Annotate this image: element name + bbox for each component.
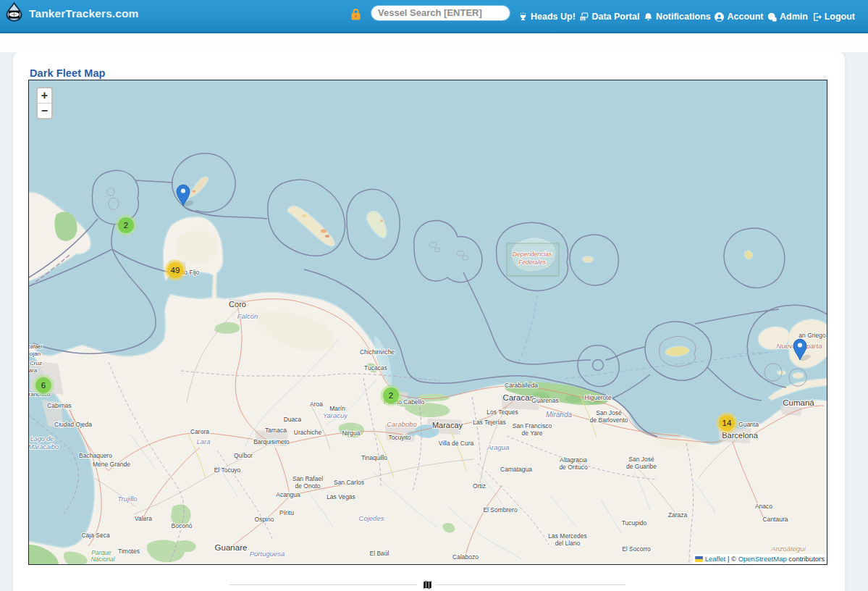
svg-text:Nirgua: Nirgua [342,429,360,437]
svg-text:San Rafael: San Rafael [292,475,323,482]
svg-text:Boconó: Boconó [172,522,193,529]
svg-text:Tocuyito: Tocuyito [388,434,410,441]
svg-text:San José: San José [628,456,654,463]
svg-text:Ortiz: Ortiz [473,482,486,490]
svg-text:Caraballeda: Caraballeda [505,382,538,389]
svg-text:Anaco: Anaco [755,503,772,510]
svg-text:Aragua: Aragua [486,443,510,451]
svg-text:Acarigua: Acarigua [276,491,300,498]
svg-text:El Sombrero: El Sombrero [483,506,518,514]
svg-text:Villa de Cura: Villa de Cura [439,440,474,447]
svg-text:Coro: Coro [229,300,246,309]
svg-text:Higuerote: Higuerote [585,394,612,401]
svg-text:Moján: Moján [29,351,41,357]
svg-text:Tamaca: Tamaca [265,427,287,434]
svg-text:Tinaquillo: Tinaquillo [361,454,387,461]
svg-text:Guanta: Guanta [738,421,759,428]
svg-text:Maracay: Maracay [432,421,463,429]
svg-text:Caja Seca: Caja Seca [81,532,109,539]
svg-text:Trujillo: Trujillo [117,495,137,503]
svg-text:Miranda: Miranda [546,411,573,419]
svg-text:Ospino: Ospino [255,516,274,523]
svg-text:Mene Grande: Mene Grande [93,461,130,468]
svg-text:San José: San José [596,409,622,416]
svg-text:2: 2 [124,221,128,230]
svg-text:El Tocuyo: El Tocuyo [214,466,241,474]
svg-text:Cojedes: Cojedes [359,514,384,522]
svg-text:Chichiriviche: Chichiriviche [360,348,395,356]
svg-text:Cumaná: Cumaná [783,398,814,407]
svg-text:Carora: Carora [190,428,209,435]
svg-text:Camatagua: Camatagua [500,466,532,473]
svg-text:Las Tejerías: Las Tejerías [473,419,506,426]
svg-text:Federales: Federales [518,259,547,266]
svg-text:Aroa: Aroa [310,401,323,408]
svg-text:Altagracia: Altagracia [560,456,587,464]
svg-text:an Griego: an Griego [799,332,826,339]
svg-text:Mara: Mara [29,367,38,374]
svg-text:Anzoátegui: Anzoátegui [770,545,806,553]
svg-text:Píritu: Píritu [279,509,294,516]
svg-text:Falcón: Falcón [237,312,258,320]
svg-text:Quíbor: Quíbor [234,452,253,459]
svg-text:Portuguesa: Portuguesa [250,550,285,558]
svg-text:de Yare: de Yare [522,429,543,437]
svg-text:de Orituco: de Orituco [559,464,587,471]
svg-text:Dependencias: Dependencias [513,251,552,258]
svg-text:Cantaura: Cantaura [763,516,788,523]
svg-text:El Baúl: El Baúl [370,550,389,557]
svg-text:Los Teques: Los Teques [486,408,518,416]
svg-text:Tucacas: Tucacas [364,364,387,372]
svg-text:Valera: Valera [135,515,152,522]
svg-text:Caracas: Caracas [503,393,534,402]
svg-text:de Guaribe: de Guaribe [626,463,657,470]
svg-text:Barquisimeto: Barquisimeto [253,438,290,445]
svg-text:San Carlos: San Carlos [334,479,364,486]
svg-text:Bachaquero: Bachaquero [79,452,112,459]
svg-text:6: 6 [41,381,46,390]
svg-text:Lago de: Lago de [30,435,54,443]
svg-text:Yaracuy: Yaracuy [323,411,348,419]
svg-text:Urachiche: Urachiche [294,429,322,436]
svg-text:49: 49 [171,266,180,274]
svg-text:El Socorro: El Socorro [622,545,651,553]
svg-text:ta Cruz: ta Cruz [29,360,42,366]
svg-text:2: 2 [389,391,393,400]
svg-text:Timotes: Timotes [118,548,140,555]
svg-text:San Francisco: San Francisco [513,422,552,429]
svg-text:Calabozo: Calabozo [452,553,479,561]
svg-text:Maracaibo: Maracaibo [29,443,59,450]
svg-text:Carabobo: Carabobo [387,420,417,428]
svg-text:Zaraza: Zaraza [668,511,688,519]
svg-text:Rafael: Rafael [29,343,43,350]
svg-text:Duaca: Duaca [284,416,302,423]
svg-text:del Llano: del Llano [555,540,581,547]
svg-text:Lara: Lara [196,437,210,445]
svg-text:Ciudad Ojeda: Ciudad Ojeda [54,421,92,428]
svg-text:Las Mercedes: Las Mercedes [548,532,586,540]
svg-text:de Onoto: de Onoto [295,482,321,490]
svg-text:Tucupido: Tucupido [622,519,647,527]
svg-text:de Barlovento: de Barlovento [590,416,628,424]
svg-text:Guanare: Guanare [215,543,248,552]
svg-text:Guarenas: Guarenas [531,397,558,404]
svg-text:14: 14 [722,419,732,427]
svg-text:Nacional: Nacional [90,556,115,563]
svg-text:Cabimas: Cabimas [47,402,72,409]
svg-text:Las Vegas: Las Vegas [326,493,355,500]
